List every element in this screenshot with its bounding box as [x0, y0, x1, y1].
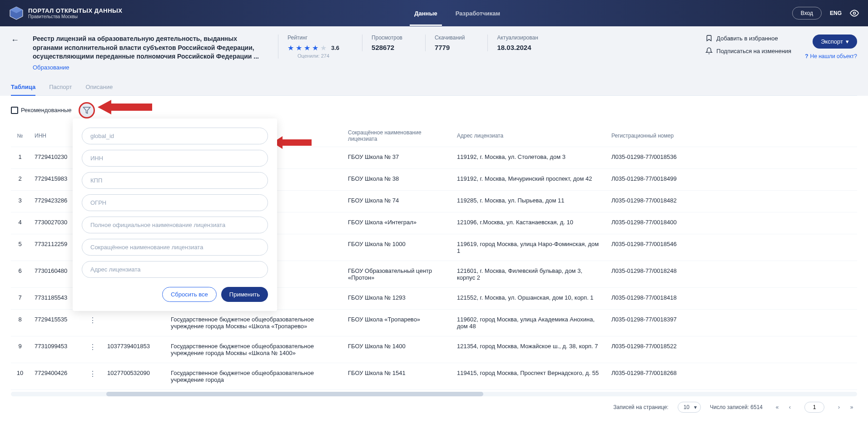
cell-shortname: ГБОУ Школа «Интеграл»	[342, 212, 451, 234]
page-first-icon[interactable]: «	[772, 402, 783, 413]
perpage-select[interactable]: 10 ▾	[678, 402, 701, 413]
actions-column: Добавить в избранное Подписаться на изме…	[705, 35, 791, 60]
cell-regnum: Л035-01298-77/0018418	[606, 287, 857, 309]
stat-views: Просмотров 528672	[362, 35, 412, 51]
col-num[interactable]: №	[11, 125, 29, 147]
filter-ogrn[interactable]	[82, 194, 268, 211]
cell-address: 121601, г. Москва, Филевский бульвар, до…	[451, 261, 606, 287]
cell-shortname: ГБОУ Школа № 38	[342, 168, 451, 190]
cell-inn: 7729400426	[29, 363, 84, 390]
nav-data[interactable]: Данные	[414, 1, 437, 26]
cell-shortname: ГБОУ Школа № 1541	[342, 363, 451, 390]
filter-global-id[interactable]	[82, 128, 268, 144]
table-row[interactable]: 97731099453⋮1037739401853Государственное…	[11, 336, 857, 363]
cell-num: 5	[11, 234, 29, 261]
app-header: ПОРТАЛ ОТКРЫТЫХ ДАННЫХ Правительства Мос…	[0, 0, 868, 26]
lang-toggle[interactable]: ENG	[830, 10, 842, 16]
cell-num: 7	[11, 287, 29, 309]
bookmark-icon	[705, 35, 713, 42]
help-icon: ?	[805, 53, 808, 59]
page-next-icon[interactable]: ›	[833, 402, 844, 413]
scrollbar-thumb[interactable]	[106, 392, 483, 396]
rating-stars[interactable]: ★ ★ ★ ★ ★ 3.6	[288, 44, 339, 52]
tab-table[interactable]: Таблица	[11, 79, 35, 96]
cell-shortname: ГБОУ Школа № 1400	[342, 336, 451, 363]
cell-num: 2	[11, 168, 29, 190]
cell-address: 121354, город Москва, Можайское ш., д. 3…	[451, 336, 606, 363]
back-arrow-icon[interactable]: ←	[11, 35, 19, 45]
filter-button[interactable]	[79, 102, 95, 118]
star-icon: ★	[320, 44, 327, 52]
cell-num: 9	[11, 336, 29, 363]
cell-regnum: Л035-01298-77/0018482	[606, 190, 857, 212]
filter-icon	[83, 106, 91, 114]
col-regnum[interactable]: Регистрационный номер	[606, 125, 857, 147]
svg-point-2	[853, 12, 855, 15]
cell-shortname: ГБОУ Образовательный центр «Протон»	[342, 261, 451, 287]
star-icon: ★	[304, 44, 310, 52]
page-last-icon[interactable]: »	[846, 402, 857, 413]
cell-num: 4	[11, 212, 29, 234]
recommended-checkbox[interactable]: Рекомендованные	[11, 107, 71, 114]
dataset-category[interactable]: Образование	[33, 64, 264, 71]
table-row[interactable]: 87729415535⋮Государственное бюджетное об…	[11, 309, 857, 336]
cell-address: 119192, г. Москва, Мичуринский проспект,…	[451, 168, 606, 190]
star-icon: ★	[296, 44, 302, 52]
row-menu-button[interactable]: ⋮	[84, 363, 102, 390]
annotation-arrow-icon	[273, 134, 312, 151]
logo-area[interactable]: ПОРТАЛ ОТКРЫТЫХ ДАННЫХ Правительства Мос…	[9, 6, 123, 20]
col-address[interactable]: Адрес лицензиата	[451, 125, 606, 147]
tab-description[interactable]: Описание	[85, 79, 113, 95]
export-button[interactable]: Экспорт ▾	[813, 35, 857, 49]
cell-regnum: Л035-01298-77/0018499	[606, 168, 857, 190]
filter-shortname[interactable]	[82, 239, 268, 256]
favorite-link[interactable]: Добавить в избранное	[705, 35, 791, 42]
cell-shortname: ГБОУ Школа «Тропарево»	[342, 309, 451, 336]
filter-inn[interactable]	[82, 150, 268, 167]
col-shortname[interactable]: Сокращённое наименование лицензиата	[342, 125, 451, 147]
cell-num: 1	[11, 147, 29, 168]
cell-regnum: Л035-01298-77/0018397	[606, 309, 857, 336]
row-menu-button[interactable]: ⋮	[84, 336, 102, 363]
filter-reset-button[interactable]: Сбросить все	[162, 287, 217, 302]
total-value: 6514	[750, 404, 763, 410]
cell-ogrn	[102, 309, 165, 336]
cell-regnum: Л035-01298-77/0018400	[606, 212, 857, 234]
filter-kpp[interactable]	[82, 172, 268, 189]
filter-apply-button[interactable]: Применить	[221, 287, 268, 302]
chevron-down-icon: ▾	[694, 404, 697, 410]
subscribe-link[interactable]: Подписаться на изменения	[705, 47, 791, 54]
filter-fullname[interactable]	[82, 217, 268, 233]
not-found-link[interactable]: ? Не нашли объект?	[805, 53, 857, 59]
cell-regnum: Л035-01298-77/0018546	[606, 234, 857, 261]
cell-fullname: Государственное бюджетное общеобразовате…	[165, 336, 342, 363]
nav-developers[interactable]: Разработчикам	[456, 1, 500, 26]
svg-marker-3	[84, 107, 90, 113]
accessibility-icon[interactable]	[850, 9, 859, 18]
page-input[interactable]	[804, 402, 824, 413]
stat-updated: Актуализирован 18.03.2024	[487, 35, 547, 51]
cell-fullname: Государственное бюджетное общеобразовате…	[165, 309, 342, 336]
login-button[interactable]: Вход	[792, 7, 822, 20]
star-icon: ★	[312, 44, 318, 52]
dataset-meta: ← Реестр лицензий на образовательную дея…	[0, 26, 868, 96]
table-row[interactable]: 107729400426⋮1027700532090Государственно…	[11, 363, 857, 390]
horizontal-scrollbar[interactable]	[11, 392, 857, 396]
dataset-tabs: Таблица Паспорт Описание	[11, 79, 857, 96]
tab-passport[interactable]: Паспорт	[49, 79, 72, 95]
cell-address: 121096, г.Москва, ул. Кастанаевская, д. …	[451, 212, 606, 234]
cell-address: 119285, г. Москва, ул. Пырьева, дом 11	[451, 190, 606, 212]
row-menu-button[interactable]: ⋮	[84, 309, 102, 336]
cell-address: 121552, г. Москва, ул. Оршанская, дом 10…	[451, 287, 606, 309]
chevron-down-icon: ▾	[846, 38, 849, 45]
portal-subtitle: Правительства Москвы	[28, 14, 123, 19]
page-prev-icon[interactable]: ‹	[784, 402, 795, 413]
cell-address: 119415, город Москва, Проспект Вернадско…	[451, 363, 606, 390]
cell-shortname: ГБОУ Школа № 37	[342, 147, 451, 168]
cell-inn: 7731099453	[29, 336, 84, 363]
cell-num: 8	[11, 309, 29, 336]
svg-marker-4	[98, 100, 152, 114]
filter-address[interactable]	[82, 261, 268, 278]
cell-address: 119192, г. Москва, ул. Столетова, дом 3	[451, 147, 606, 168]
portal-title: ПОРТАЛ ОТКРЫТЫХ ДАННЫХ	[28, 7, 123, 14]
